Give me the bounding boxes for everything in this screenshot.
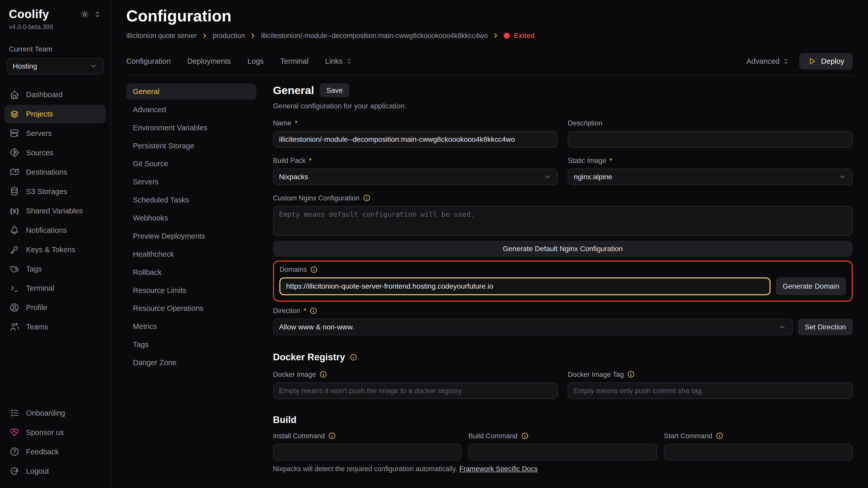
static-image-label: Static Image	[568, 157, 606, 165]
git-icon	[9, 148, 20, 158]
section-title: General	[273, 84, 314, 97]
tags-icon	[9, 264, 20, 274]
static-image-select[interactable]: nginx:alpine	[568, 168, 852, 185]
info-icon	[328, 432, 336, 440]
database-icon	[9, 186, 20, 196]
paren-x-icon: (x)	[9, 206, 20, 215]
build-pack-select[interactable]: Nixpacks	[273, 168, 558, 185]
set-direction-button[interactable]: Set Direction	[798, 319, 853, 335]
sidebar-item-label: Teams	[26, 323, 48, 331]
sidebar-nav: Dashboard Projects Servers Sources Desti…	[0, 86, 110, 336]
sidebar-item-label: Shared Variables	[26, 206, 83, 215]
docker-image-tag-input[interactable]	[568, 383, 852, 399]
domains-input[interactable]	[279, 278, 770, 295]
sidebar-item-label: Notifications	[26, 226, 67, 234]
subnav-git-source[interactable]: Git Source	[126, 156, 256, 172]
sidebar-item-notifications[interactable]: Notifications	[4, 221, 105, 239]
sidebar-item-destinations[interactable]: Destinations	[4, 163, 105, 181]
sidebar-item-projects[interactable]: Projects	[4, 105, 105, 123]
chevron-right-icon	[201, 32, 208, 39]
description-input[interactable]	[568, 131, 852, 148]
logout-icon	[9, 466, 20, 476]
key-icon	[9, 245, 20, 255]
sidebar-item-label: Tags	[26, 265, 42, 273]
domains-label: Domains	[279, 265, 307, 273]
install-command-input[interactable]	[273, 444, 462, 460]
sidebar-item-sponsor-us[interactable]: Sponsor us	[4, 423, 105, 442]
sidebar-item-feedback[interactable]: Feedback	[4, 443, 105, 461]
content-area: General Advanced Environment Variables P…	[111, 75, 868, 488]
description-label: Description	[568, 119, 602, 127]
info-icon	[349, 353, 357, 361]
subnav-rollback[interactable]: Rollback	[126, 264, 256, 280]
server-icon	[9, 128, 20, 138]
sidebar-item-sources[interactable]: Sources	[4, 143, 105, 162]
generate-domain-button[interactable]: Generate Domain	[776, 278, 846, 295]
sidebar-footer-nav: Onboarding Sponsor us Feedback Logout	[0, 404, 110, 480]
chevron-down-icon	[89, 62, 98, 70]
chevron-down-icon	[778, 323, 786, 331]
nginx-config-textarea[interactable]	[273, 206, 853, 236]
sidebar-item-terminal[interactable]: Terminal	[4, 279, 105, 297]
selector-icon[interactable]	[94, 10, 101, 18]
subnav-healthcheck[interactable]: Healthcheck	[126, 246, 256, 262]
info-icon	[309, 307, 317, 315]
sidebar-item-tags[interactable]: Tags	[4, 260, 105, 278]
deploy-button[interactable]: Deploy	[799, 53, 852, 69]
subnav-webhooks[interactable]: Webhooks	[126, 210, 256, 226]
sidebar-item-logout[interactable]: Logout	[4, 462, 105, 480]
name-input[interactable]	[273, 131, 558, 148]
subnav-general[interactable]: General	[126, 84, 256, 100]
breadcrumb-application[interactable]: illicitestonion/-module--decomposition:m…	[261, 32, 488, 40]
tab-links[interactable]: Links	[325, 57, 352, 66]
subnav-scheduled-tasks[interactable]: Scheduled Tasks	[126, 192, 256, 208]
tab-deployments[interactable]: Deployments	[187, 57, 231, 66]
subnav-resource-limits[interactable]: Resource Limits	[126, 282, 256, 298]
start-command-input[interactable]	[664, 444, 853, 460]
build-command-label: Build Command	[468, 432, 518, 440]
subnav-servers[interactable]: Servers	[126, 174, 256, 190]
subnav-preview-deployments[interactable]: Preview Deployments	[126, 228, 256, 244]
breadcrumb-environment[interactable]: production	[213, 32, 245, 40]
status-badge: Exited	[514, 32, 534, 40]
checklist-icon	[9, 408, 20, 418]
page-header: Configuration illicitonion quote server …	[111, 7, 868, 40]
info-icon	[716, 432, 723, 440]
subnav-advanced[interactable]: Advanced	[126, 101, 256, 118]
save-button[interactable]: Save	[320, 84, 349, 97]
status-dot	[504, 33, 509, 38]
chevron-right-icon	[249, 32, 256, 39]
sidebar-item-s3-storages[interactable]: S3 Storages	[4, 182, 105, 201]
selector-icon	[345, 58, 352, 65]
sidebar-item-label: Terminal	[26, 284, 54, 292]
direction-select[interactable]: Allow www & non-www.	[273, 319, 793, 335]
tab-terminal[interactable]: Terminal	[280, 57, 309, 66]
subnav-metrics[interactable]: Metrics	[126, 318, 256, 334]
docker-image-input[interactable]	[273, 383, 558, 399]
generate-nginx-config-button[interactable]: Generate Default Nginx Configuration	[273, 241, 853, 257]
tab-configuration[interactable]: Configuration	[126, 57, 171, 66]
domains-highlight-box: Domains Generate Domain	[273, 261, 853, 302]
sidebar-item-label: S3 Storages	[26, 187, 67, 196]
sun-icon[interactable]	[81, 10, 89, 19]
sidebar-item-shared-variables[interactable]: (x) Shared Variables	[4, 202, 105, 220]
subnav-resource-operations[interactable]: Resource Operations	[126, 300, 256, 317]
team-select[interactable]: Hosting	[7, 58, 103, 74]
tab-logs[interactable]: Logs	[247, 57, 264, 66]
subnav-persistent-storage[interactable]: Persistent Storage	[126, 137, 256, 154]
framework-docs-link[interactable]: Framework Specific Docs	[459, 465, 537, 473]
sidebar-item-profile[interactable]: Profile	[4, 299, 105, 317]
sidebar-item-dashboard[interactable]: Dashboard	[4, 86, 105, 104]
build-heading: Build	[273, 415, 853, 425]
sidebar-item-onboarding[interactable]: Onboarding	[4, 404, 105, 422]
chevron-right-icon	[492, 32, 499, 39]
subnav-environment-variables[interactable]: Environment Variables	[126, 119, 256, 136]
advanced-menu[interactable]: Advanced	[746, 57, 789, 66]
breadcrumb-project[interactable]: illicitonion quote server	[126, 32, 197, 40]
subnav-tags[interactable]: Tags	[126, 336, 256, 353]
build-command-input[interactable]	[468, 444, 657, 460]
subnav-danger-zone[interactable]: Danger Zone	[126, 354, 256, 371]
sidebar-item-teams[interactable]: Teams	[4, 318, 105, 336]
sidebar-item-keys-tokens[interactable]: Keys & Tokens	[4, 240, 105, 259]
sidebar-item-servers[interactable]: Servers	[4, 124, 105, 142]
